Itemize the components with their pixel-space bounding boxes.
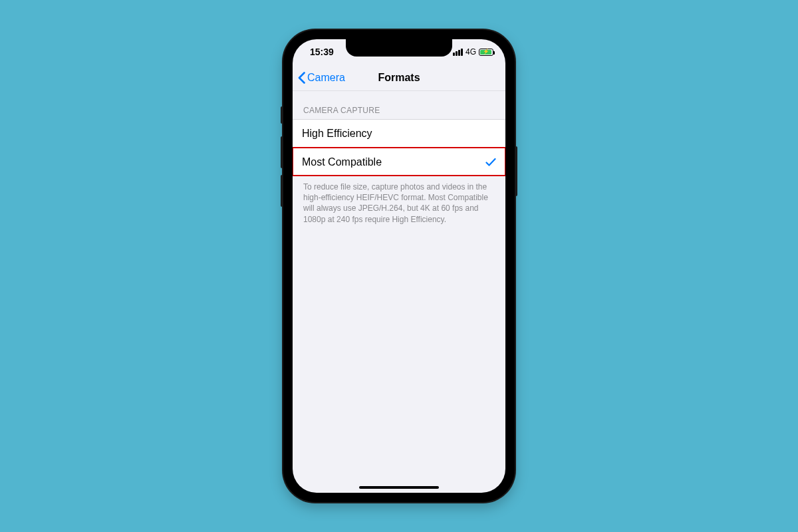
section-footer: To reduce file size, capture photos and …	[293, 176, 505, 225]
back-button[interactable]: Camera	[293, 72, 345, 84]
status-time: 15:39	[310, 47, 334, 57]
mute-switch	[281, 106, 283, 124]
power-button	[515, 146, 517, 196]
battery-icon: ⚡	[479, 49, 493, 56]
nav-bar: Camera Formats	[293, 65, 505, 91]
status-right: 4G ⚡	[453, 47, 493, 57]
screen: 15:39 4G ⚡ Camera Formats CAMERA CAP	[293, 39, 505, 493]
chevron-left-icon	[298, 72, 306, 84]
checkmark-icon	[485, 158, 496, 167]
section-header: CAMERA CAPTURE	[293, 106, 505, 119]
options-list: High Efficiency Most Compatible	[293, 119, 505, 176]
option-label: High Efficiency	[302, 128, 372, 140]
charging-bolt-icon: ⚡	[483, 49, 489, 55]
network-label: 4G	[466, 47, 476, 57]
cellular-signal-icon	[453, 49, 463, 56]
content: CAMERA CAPTURE High Efficiency Most Comp…	[293, 91, 505, 225]
back-label: Camera	[307, 72, 345, 84]
phone-frame: 15:39 4G ⚡ Camera Formats CAMERA CAP	[283, 30, 515, 502]
notch	[346, 39, 452, 57]
option-high-efficiency[interactable]: High Efficiency	[293, 120, 505, 148]
option-label: Most Compatible	[302, 156, 382, 168]
volume-up-button	[281, 136, 283, 168]
home-indicator[interactable]	[359, 486, 439, 489]
option-most-compatible[interactable]: Most Compatible	[293, 148, 505, 176]
volume-down-button	[281, 175, 283, 207]
